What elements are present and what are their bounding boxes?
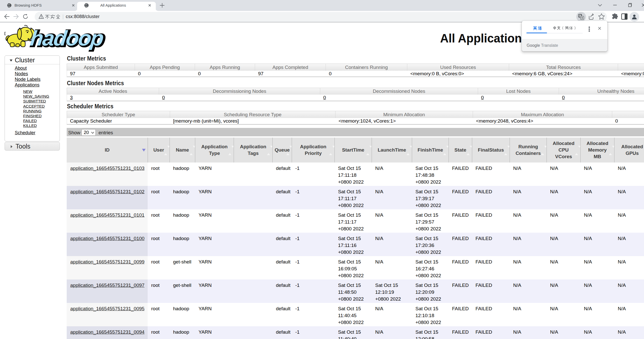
svg-text:hadoop: hadoop xyxy=(29,26,105,50)
